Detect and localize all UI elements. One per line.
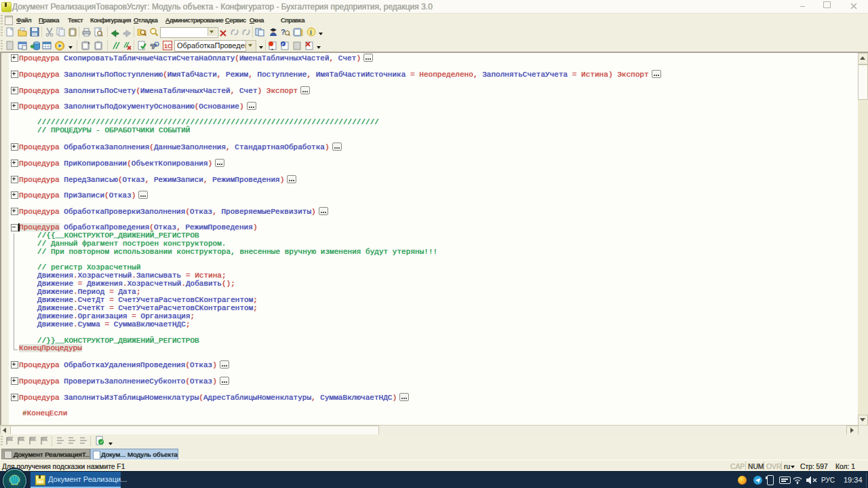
svg-text:i: i <box>310 29 312 36</box>
svg-text:?: ? <box>281 28 285 36</box>
svg-text:1С: 1С <box>164 43 172 50</box>
